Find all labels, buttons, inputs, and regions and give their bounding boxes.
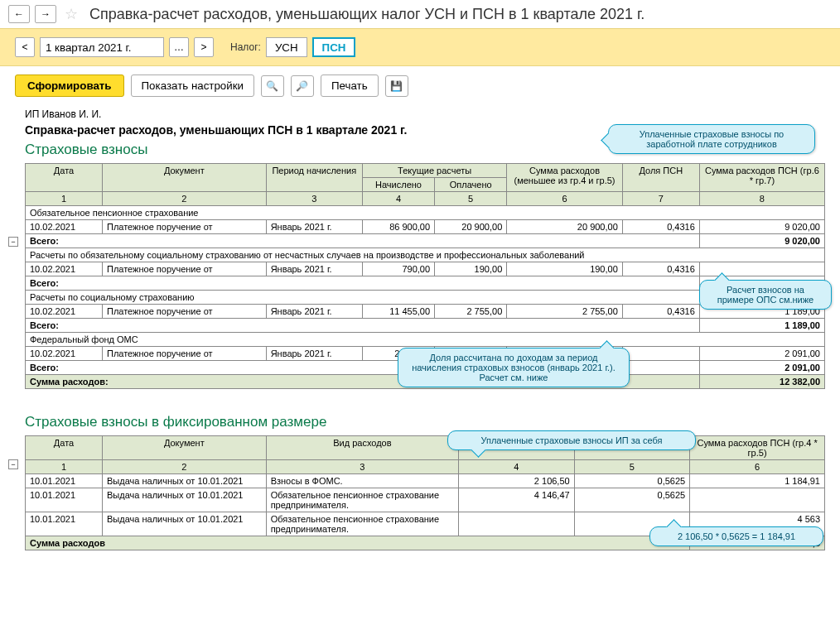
th-share: Доля ПСН (622, 164, 699, 192)
tab-psn[interactable]: ПСН (312, 37, 356, 57)
th2-doc: Документ (103, 436, 267, 460)
page-title: Справка-расчет расходов, уменьшающих нал… (89, 6, 644, 23)
th-doc: Документ (103, 164, 267, 192)
nav-back-button[interactable]: ← (8, 5, 30, 23)
fold-section1[interactable]: − (8, 237, 18, 247)
period-picker-button[interactable]: … (169, 37, 189, 57)
zoom-in-icon[interactable]: 🔍 (261, 75, 284, 97)
period-next-button[interactable]: > (194, 37, 214, 57)
print-button[interactable]: Печать (321, 74, 379, 97)
col-numbers: 12345678 (26, 192, 825, 206)
callout-payroll: Уплаченные страховые взносы по заработно… (608, 124, 815, 154)
table-row: 10.02.2021Платежное поручение отЯнварь 2… (26, 262, 825, 276)
group-row: Федеральный фонд ОМС (26, 333, 825, 347)
form-button[interactable]: Сформировать (15, 74, 124, 97)
nav-forward-button[interactable]: → (35, 5, 56, 23)
th-accrued: Начислено (362, 178, 434, 192)
th2-sumpsn: Сумма расходов ПСН (гр.4 * гр.5) (690, 436, 825, 460)
fold-section2[interactable]: − (8, 459, 18, 469)
th-sumpsn: Сумма расходов ПСН (гр.6 * гр.7) (699, 164, 824, 192)
th-period: Период начисления (266, 164, 362, 192)
col-numbers-2: 123456 (26, 460, 825, 474)
table-row: 10.01.2021Выдача наличных от 10.01.2021В… (26, 474, 825, 488)
total-row: Всего:9 020,00 (26, 234, 825, 248)
tab-usn[interactable]: УСН (266, 37, 307, 57)
period-input[interactable] (40, 37, 164, 57)
group-row: Обязательное пенсионное страхование (26, 206, 825, 220)
th-sumexp: Сумма расходов (меньшее из гр.4 и гр.5) (507, 164, 623, 192)
th-paid: Оплачено (435, 178, 507, 192)
callout-formula: 2 106,50 * 0,5625 = 1 184,91 (649, 526, 823, 546)
favorite-star-icon[interactable]: ☆ (65, 5, 78, 23)
period-prev-button[interactable]: < (15, 37, 35, 57)
tax-label: Налог: (230, 41, 261, 53)
callout-ops-calc: Расчет взносов на примере ОПС см.ниже (699, 280, 832, 310)
section2-title: Страховые взносы в фиксированном размере (25, 414, 825, 430)
callout-ip-self: Уплаченные страховые взносы ИП за себя (447, 430, 696, 450)
th-date: Дата (26, 164, 103, 192)
company-name: ИП Иванов И. И. (25, 108, 825, 120)
table-row: 10.02.2021Платежное поручение отЯнварь 2… (26, 220, 825, 234)
save-icon[interactable]: 💾 (385, 75, 408, 97)
zoom-out-icon[interactable]: 🔎 (291, 75, 314, 97)
settings-button[interactable]: Показать настройки (131, 74, 254, 97)
table-row: 10.01.2021Выдача наличных от 10.01.2021О… (26, 488, 825, 512)
callout-share-period: Доля рассчитана по доходам за период нач… (398, 348, 630, 387)
th2-type: Вид расходов (266, 436, 459, 460)
th2-date: Дата (26, 436, 103, 460)
group-row: Расчеты по обязательному социальному стр… (26, 248, 825, 262)
total-row: Всего:1 189,00 (26, 319, 825, 333)
th-current: Текущие расчеты (362, 164, 506, 178)
